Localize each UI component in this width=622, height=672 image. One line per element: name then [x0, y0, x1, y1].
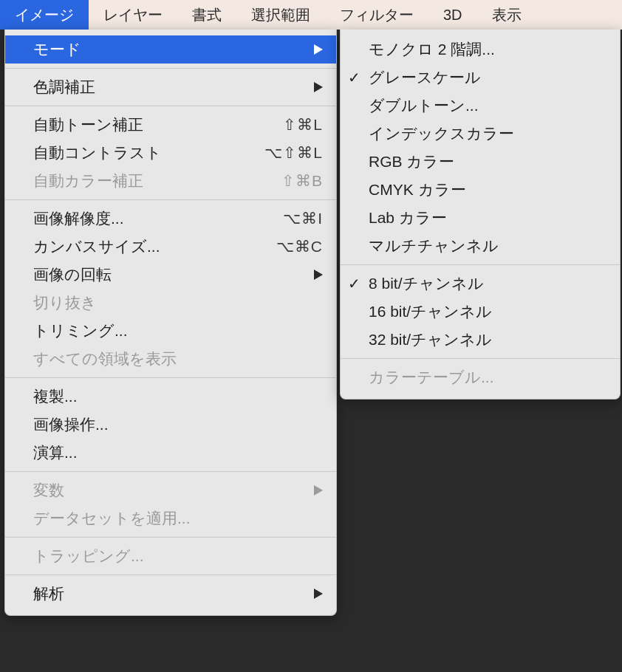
submenu-arrow-icon: [314, 270, 323, 280]
menubar-item-label: レイヤー: [103, 5, 163, 25]
menu-item[interactable]: 解析: [5, 580, 336, 608]
menu-separator: [5, 377, 336, 378]
menu-item-label: 画像の回転: [33, 264, 284, 285]
menu-item-label: グレースケール: [369, 67, 606, 88]
menu-item-label: 自動カラー補正: [33, 171, 252, 191]
menu-item[interactable]: 画像の回転: [5, 261, 336, 289]
menu-item-shortcut: ⌥⌘C: [276, 238, 323, 256]
menu-item: データセットを適用...: [5, 504, 336, 532]
menu-item[interactable]: 自動コントラスト⌥⇧⌘L: [5, 139, 336, 167]
menu-item[interactable]: マルチチャンネル: [341, 232, 620, 260]
menu-item[interactable]: ✓8 bit/チャンネル: [341, 270, 620, 298]
menu-item[interactable]: Lab カラー: [341, 204, 620, 232]
submenu-arrow-icon: [314, 82, 323, 92]
menubar-item-label: 選択範囲: [251, 5, 310, 25]
menu-item[interactable]: トリミング...: [5, 317, 336, 345]
menubar-item[interactable]: レイヤー: [89, 0, 177, 30]
menu-item-label: ダブルトーン...: [369, 95, 606, 116]
menu-item-label: 変数: [33, 480, 284, 501]
svg-marker-2: [314, 270, 323, 280]
menu-item: 自動カラー補正⇧⌘B: [5, 167, 336, 195]
menu-item-shortcut: ⌥⌘I: [283, 210, 323, 227]
menu-item[interactable]: カンバスサイズ...⌥⌘C: [5, 233, 336, 261]
menu-item-label: カラーテーブル...: [369, 367, 606, 388]
menu-item[interactable]: インデックスカラー: [341, 120, 620, 148]
check-icon: ✓: [348, 69, 360, 86]
submenu-arrow-icon: [314, 44, 323, 55]
menubar-item[interactable]: イメージ: [0, 0, 89, 30]
menu-item-label: 演算...: [33, 442, 323, 463]
menu-item[interactable]: 自動トーン補正⇧⌘L: [5, 111, 336, 139]
menubar-item-label: 書式: [192, 5, 222, 25]
menu-separator: [5, 106, 336, 106]
menu-item-label: 複製...: [33, 386, 323, 407]
menu-item[interactable]: 画像操作...: [5, 411, 336, 439]
menubar-item-label: イメージ: [15, 5, 74, 25]
menu-item-label: 画像操作...: [33, 414, 323, 435]
menu-item[interactable]: 複製...: [5, 383, 336, 411]
check-icon: ✓: [348, 275, 360, 292]
menubar-item[interactable]: 書式: [177, 0, 236, 30]
menu-item-label: モノクロ 2 階調...: [369, 39, 606, 60]
menu-item-label: RGB カラー: [369, 151, 606, 172]
menu-item[interactable]: モノクロ 2 階調...: [341, 35, 620, 64]
menubar-item-label: 3D: [443, 7, 462, 24]
menu-item-label: 色調補正: [33, 77, 284, 97]
menu-item[interactable]: ダブルトーン...: [341, 92, 620, 120]
svg-marker-0: [314, 44, 323, 55]
menu-item-label: 画像解像度...: [33, 208, 253, 229]
menu-item[interactable]: 演算...: [5, 439, 336, 467]
menu-item[interactable]: ✓グレースケール: [341, 64, 620, 92]
menu-item-label: すべての領域を表示: [33, 349, 323, 369]
menu-item-label: 自動トーン補正: [33, 114, 253, 135]
menu-item[interactable]: 32 bit/チャンネル: [341, 326, 620, 354]
menubar-item[interactable]: フィルター: [325, 0, 428, 30]
menu-item[interactable]: 16 bit/チャンネル: [341, 298, 620, 326]
menu-item: すべての領域を表示: [5, 345, 336, 373]
menu-item[interactable]: 画像解像度...⌥⌘I: [5, 205, 336, 233]
menu-item: 切り抜き: [5, 289, 336, 317]
menu-separator: [341, 264, 620, 265]
menu-item-label: 解析: [33, 583, 284, 604]
menu-item-label: 8 bit/チャンネル: [369, 273, 606, 294]
menu-item-shortcut: ⌥⇧⌘L: [264, 144, 323, 162]
menu-item-label: Lab カラー: [369, 208, 606, 228]
menu-item: カラーテーブル...: [341, 363, 620, 391]
submenu-arrow-icon: [314, 485, 323, 496]
menu-item-shortcut: ⇧⌘B: [281, 172, 323, 190]
menu-item-label: モード: [33, 39, 284, 60]
menu-item-label: 切り抜き: [33, 292, 323, 313]
menu-item: トラッピング...: [5, 542, 336, 570]
menu-separator: [5, 471, 336, 472]
mode-submenu: モノクロ 2 階調...✓グレースケールダブルトーン...インデックスカラーRG…: [340, 30, 621, 400]
menubar-item[interactable]: 表示: [477, 0, 536, 30]
image-menu: モード色調補正自動トーン補正⇧⌘L自動コントラスト⌥⇧⌘L自動カラー補正⇧⌘B画…: [4, 30, 337, 616]
menubar-item[interactable]: 選択範囲: [236, 0, 325, 30]
menubar-item-label: フィルター: [340, 5, 414, 25]
menu-item[interactable]: モード: [5, 35, 336, 64]
submenu-arrow-icon: [314, 589, 323, 599]
menu-separator: [5, 199, 336, 200]
menu-item-label: トリミング...: [33, 320, 323, 341]
svg-marker-1: [314, 82, 323, 92]
svg-marker-3: [314, 485, 323, 496]
menu-item[interactable]: CMYK カラー: [341, 176, 620, 204]
menubar-item-label: 表示: [492, 5, 522, 25]
menu-item[interactable]: 色調補正: [5, 73, 336, 101]
menu-separator: [5, 68, 336, 69]
menu-item-label: トラッピング...: [33, 546, 323, 566]
menu-item-label: インデックスカラー: [369, 123, 606, 144]
menu-item-label: マルチチャンネル: [369, 236, 606, 256]
menubar: イメージレイヤー書式選択範囲フィルター3D表示: [0, 0, 622, 30]
menu-item[interactable]: RGB カラー: [341, 148, 620, 176]
menu-separator: [5, 575, 336, 575]
menu-item-label: 16 bit/チャンネル: [369, 301, 606, 322]
menu-item-label: 32 bit/チャンネル: [369, 329, 606, 350]
menu-separator: [341, 358, 620, 359]
menubar-item[interactable]: 3D: [428, 0, 477, 30]
menu-item-label: CMYK カラー: [369, 179, 606, 200]
menu-item-label: データセットを適用...: [33, 508, 323, 529]
menu-item-label: カンバスサイズ...: [33, 236, 247, 257]
menu-item-shortcut: ⇧⌘L: [283, 116, 323, 134]
svg-marker-4: [314, 589, 323, 599]
